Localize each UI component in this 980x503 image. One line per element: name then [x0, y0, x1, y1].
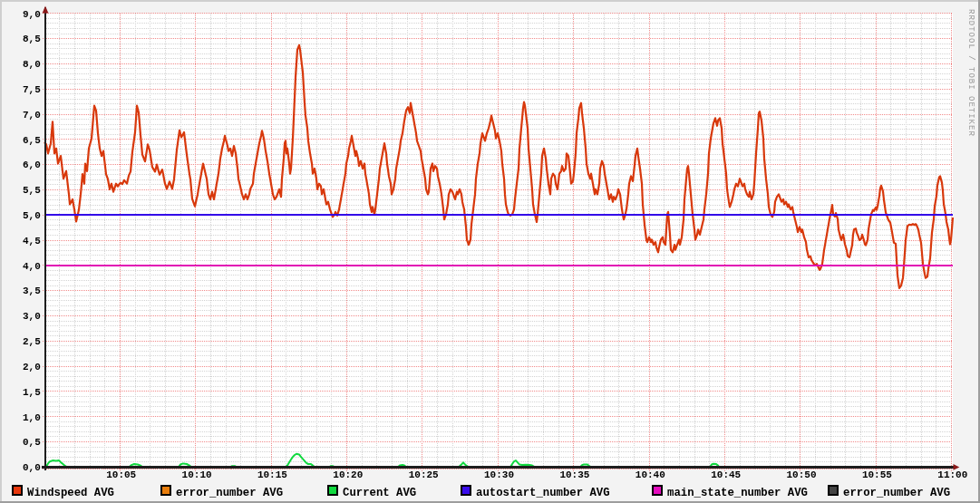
svg-text:7,5: 7,5	[23, 84, 41, 95]
svg-text:error_number AVG: error_number AVG	[843, 487, 950, 499]
svg-text:2,5: 2,5	[23, 336, 41, 347]
svg-text:10:15: 10:15	[257, 469, 287, 480]
svg-text:10:40: 10:40	[636, 469, 665, 480]
svg-text:10:30: 10:30	[484, 469, 514, 480]
svg-text:10:55: 10:55	[862, 469, 892, 480]
svg-text:10:10: 10:10	[182, 469, 212, 480]
svg-text:10:45: 10:45	[711, 469, 741, 480]
svg-text:11:00: 11:00	[937, 469, 967, 480]
svg-text:4,5: 4,5	[23, 236, 41, 247]
svg-text:8,5: 8,5	[23, 34, 41, 44]
svg-text:6,0: 6,0	[23, 160, 41, 170]
svg-text:4,0: 4,0	[23, 261, 41, 272]
svg-text:9,0: 9,0	[23, 9, 41, 20]
svg-text:10:20: 10:20	[333, 469, 363, 480]
svg-text:main_state_number AVG: main_state_number AVG	[667, 487, 808, 499]
svg-text:Current AVG: Current AVG	[343, 487, 416, 499]
svg-text:0,5: 0,5	[23, 437, 41, 448]
svg-text:3,5: 3,5	[23, 285, 41, 296]
svg-text:10:05: 10:05	[106, 469, 136, 480]
svg-text:8,0: 8,0	[23, 59, 41, 70]
svg-text:autostart_number AVG: autostart_number AVG	[476, 487, 610, 499]
svg-text:2,0: 2,0	[23, 362, 41, 372]
svg-text:10:50: 10:50	[786, 469, 816, 480]
svg-text:1,5: 1,5	[23, 387, 41, 398]
svg-text:3,0: 3,0	[23, 311, 41, 322]
svg-text:10:35: 10:35	[559, 469, 589, 480]
svg-text:1,0: 1,0	[23, 412, 41, 423]
svg-text:5,5: 5,5	[23, 185, 41, 196]
svg-text:Windspeed AVG: Windspeed AVG	[27, 487, 114, 499]
svg-text:5,0: 5,0	[23, 210, 41, 221]
svg-text:0,0: 0,0	[23, 462, 41, 473]
svg-text:6,5: 6,5	[23, 135, 41, 146]
svg-text:10:25: 10:25	[409, 469, 439, 480]
svg-text:error_number AVG: error_number AVG	[176, 487, 283, 499]
svg-text:7,0: 7,0	[23, 110, 41, 121]
svg-text:RRDTOOL / TOBI OETIKER: RRDTOOL / TOBI OETIKER	[966, 9, 975, 137]
